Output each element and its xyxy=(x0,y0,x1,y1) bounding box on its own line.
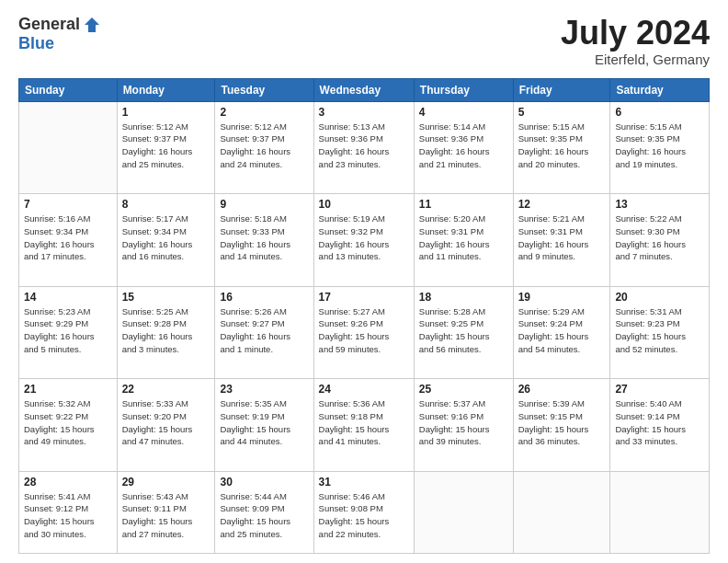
calendar-cell: 4Sunrise: 5:14 AM Sunset: 9:36 PM Daylig… xyxy=(414,101,513,194)
day-info: Sunrise: 5:14 AM Sunset: 9:36 PM Dayligh… xyxy=(419,121,508,171)
logo-icon xyxy=(83,16,101,34)
day-number: 3 xyxy=(319,106,409,119)
day-number: 17 xyxy=(319,291,409,304)
day-info: Sunrise: 5:16 AM Sunset: 9:34 PM Dayligh… xyxy=(24,213,112,263)
day-info: Sunrise: 5:21 AM Sunset: 9:31 PM Dayligh… xyxy=(518,213,606,263)
day-number: 4 xyxy=(419,106,508,119)
day-number: 25 xyxy=(419,383,508,396)
day-header-thursday: Thursday xyxy=(414,78,513,101)
day-number: 11 xyxy=(419,198,508,211)
day-number: 27 xyxy=(615,383,704,396)
day-info: Sunrise: 5:44 AM Sunset: 9:09 PM Dayligh… xyxy=(220,490,308,541)
calendar-cell: 28Sunrise: 5:41 AM Sunset: 9:12 PM Dayli… xyxy=(19,471,118,553)
calendar-cell: 9Sunrise: 5:18 AM Sunset: 9:33 PM Daylig… xyxy=(215,194,313,287)
calendar-week-row: 1Sunrise: 5:12 AM Sunset: 9:37 PM Daylig… xyxy=(19,101,710,194)
calendar-cell: 23Sunrise: 5:35 AM Sunset: 9:19 PM Dayli… xyxy=(215,379,313,472)
calendar-cell: 19Sunrise: 5:29 AM Sunset: 9:24 PM Dayli… xyxy=(513,286,610,379)
calendar-cell: 21Sunrise: 5:32 AM Sunset: 9:22 PM Dayli… xyxy=(19,379,118,472)
day-number: 10 xyxy=(319,198,409,211)
calendar-cell: 15Sunrise: 5:25 AM Sunset: 9:28 PM Dayli… xyxy=(117,286,215,379)
calendar-cell: 22Sunrise: 5:33 AM Sunset: 9:20 PM Dayli… xyxy=(117,379,215,472)
day-number: 2 xyxy=(220,106,308,119)
day-number: 18 xyxy=(419,291,508,304)
day-header-monday: Monday xyxy=(117,78,215,101)
day-info: Sunrise: 5:15 AM Sunset: 9:35 PM Dayligh… xyxy=(615,121,704,171)
day-number: 29 xyxy=(122,476,210,488)
logo-blue: Blue xyxy=(18,34,54,53)
calendar-cell: 12Sunrise: 5:21 AM Sunset: 9:31 PM Dayli… xyxy=(513,194,610,287)
calendar-cell: 1Sunrise: 5:12 AM Sunset: 9:37 PM Daylig… xyxy=(117,101,215,194)
day-number: 31 xyxy=(319,476,409,488)
calendar-week-row: 14Sunrise: 5:23 AM Sunset: 9:29 PM Dayli… xyxy=(19,286,710,379)
day-number: 1 xyxy=(122,106,210,119)
day-info: Sunrise: 5:15 AM Sunset: 9:35 PM Dayligh… xyxy=(518,121,606,171)
day-info: Sunrise: 5:27 AM Sunset: 9:26 PM Dayligh… xyxy=(319,305,409,356)
calendar-week-row: 21Sunrise: 5:32 AM Sunset: 9:22 PM Dayli… xyxy=(19,379,710,472)
logo-general: General xyxy=(18,15,80,34)
month-title: July 2024 xyxy=(561,15,710,52)
calendar-cell: 29Sunrise: 5:43 AM Sunset: 9:11 PM Dayli… xyxy=(117,471,215,553)
day-info: Sunrise: 5:31 AM Sunset: 9:23 PM Dayligh… xyxy=(615,305,704,356)
calendar-cell: 5Sunrise: 5:15 AM Sunset: 9:35 PM Daylig… xyxy=(513,101,610,194)
calendar-cell: 24Sunrise: 5:36 AM Sunset: 9:18 PM Dayli… xyxy=(313,379,414,472)
day-info: Sunrise: 5:28 AM Sunset: 9:25 PM Dayligh… xyxy=(419,305,508,356)
day-info: Sunrise: 5:41 AM Sunset: 9:12 PM Dayligh… xyxy=(24,490,112,541)
page: General Blue July 2024 Eiterfeld, German… xyxy=(0,0,728,563)
calendar-cell: 14Sunrise: 5:23 AM Sunset: 9:29 PM Dayli… xyxy=(19,286,118,379)
day-info: Sunrise: 5:12 AM Sunset: 9:37 PM Dayligh… xyxy=(220,121,308,171)
day-header-saturday: Saturday xyxy=(610,78,710,101)
calendar-cell: 26Sunrise: 5:39 AM Sunset: 9:15 PM Dayli… xyxy=(513,379,610,472)
day-number: 21 xyxy=(24,383,112,396)
day-info: Sunrise: 5:40 AM Sunset: 9:14 PM Dayligh… xyxy=(615,397,704,448)
day-info: Sunrise: 5:39 AM Sunset: 9:15 PM Dayligh… xyxy=(518,397,606,448)
day-info: Sunrise: 5:19 AM Sunset: 9:32 PM Dayligh… xyxy=(319,213,409,263)
day-number: 30 xyxy=(220,476,308,488)
day-header-sunday: Sunday xyxy=(19,78,118,101)
calendar-cell: 27Sunrise: 5:40 AM Sunset: 9:14 PM Dayli… xyxy=(610,379,710,472)
header: General Blue July 2024 Eiterfeld, German… xyxy=(18,15,710,67)
day-info: Sunrise: 5:33 AM Sunset: 9:20 PM Dayligh… xyxy=(122,397,210,448)
calendar-table: SundayMondayTuesdayWednesdayThursdayFrid… xyxy=(18,78,710,554)
calendar-cell: 3Sunrise: 5:13 AM Sunset: 9:36 PM Daylig… xyxy=(313,101,414,194)
calendar-week-row: 28Sunrise: 5:41 AM Sunset: 9:12 PM Dayli… xyxy=(19,471,710,553)
day-number: 12 xyxy=(518,198,606,211)
title-block: July 2024 Eiterfeld, Germany xyxy=(561,15,710,67)
day-info: Sunrise: 5:12 AM Sunset: 9:37 PM Dayligh… xyxy=(122,121,210,171)
calendar-cell: 18Sunrise: 5:28 AM Sunset: 9:25 PM Dayli… xyxy=(414,286,513,379)
calendar-cell: 30Sunrise: 5:44 AM Sunset: 9:09 PM Dayli… xyxy=(215,471,313,553)
day-number: 6 xyxy=(615,106,704,119)
day-header-tuesday: Tuesday xyxy=(215,78,313,101)
day-number: 23 xyxy=(220,383,308,396)
calendar-cell: 16Sunrise: 5:26 AM Sunset: 9:27 PM Dayli… xyxy=(215,286,313,379)
calendar-header-row: SundayMondayTuesdayWednesdayThursdayFrid… xyxy=(19,78,710,101)
calendar-cell: 8Sunrise: 5:17 AM Sunset: 9:34 PM Daylig… xyxy=(117,194,215,287)
day-info: Sunrise: 5:17 AM Sunset: 9:34 PM Dayligh… xyxy=(122,213,210,263)
day-info: Sunrise: 5:43 AM Sunset: 9:11 PM Dayligh… xyxy=(122,490,210,541)
day-number: 19 xyxy=(518,291,606,304)
day-info: Sunrise: 5:46 AM Sunset: 9:08 PM Dayligh… xyxy=(319,490,409,541)
location-subtitle: Eiterfeld, Germany xyxy=(561,52,710,67)
day-info: Sunrise: 5:22 AM Sunset: 9:30 PM Dayligh… xyxy=(615,213,704,263)
day-number: 8 xyxy=(122,198,210,211)
calendar-week-row: 7Sunrise: 5:16 AM Sunset: 9:34 PM Daylig… xyxy=(19,194,710,287)
day-header-wednesday: Wednesday xyxy=(313,78,414,101)
day-number: 14 xyxy=(24,291,112,304)
day-number: 28 xyxy=(24,476,112,488)
calendar-cell: 2Sunrise: 5:12 AM Sunset: 9:37 PM Daylig… xyxy=(215,101,313,194)
calendar-cell: 7Sunrise: 5:16 AM Sunset: 9:34 PM Daylig… xyxy=(19,194,118,287)
calendar-cell: 6Sunrise: 5:15 AM Sunset: 9:35 PM Daylig… xyxy=(610,101,710,194)
day-number: 13 xyxy=(615,198,704,211)
day-info: Sunrise: 5:20 AM Sunset: 9:31 PM Dayligh… xyxy=(419,213,508,263)
day-number: 22 xyxy=(122,383,210,396)
day-number: 24 xyxy=(319,383,409,396)
day-info: Sunrise: 5:35 AM Sunset: 9:19 PM Dayligh… xyxy=(220,397,308,448)
calendar-cell xyxy=(414,471,513,553)
day-info: Sunrise: 5:26 AM Sunset: 9:27 PM Dayligh… xyxy=(220,305,308,356)
calendar-cell xyxy=(513,471,610,553)
calendar-cell: 13Sunrise: 5:22 AM Sunset: 9:30 PM Dayli… xyxy=(610,194,710,287)
calendar-cell xyxy=(610,471,710,553)
day-info: Sunrise: 5:25 AM Sunset: 9:28 PM Dayligh… xyxy=(122,305,210,356)
day-info: Sunrise: 5:29 AM Sunset: 9:24 PM Dayligh… xyxy=(518,305,606,356)
calendar-cell: 17Sunrise: 5:27 AM Sunset: 9:26 PM Dayli… xyxy=(313,286,414,379)
calendar-cell: 25Sunrise: 5:37 AM Sunset: 9:16 PM Dayli… xyxy=(414,379,513,472)
